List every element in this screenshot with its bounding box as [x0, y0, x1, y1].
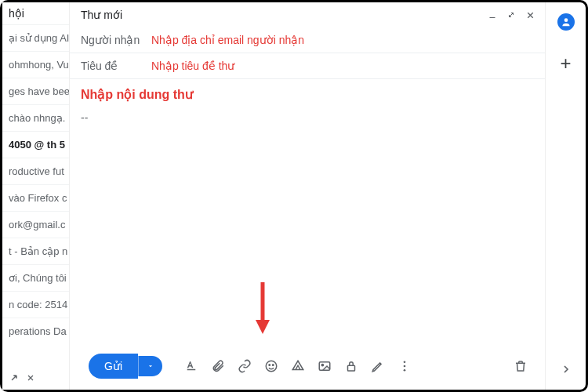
attach-icon[interactable]	[206, 354, 230, 378]
list-item[interactable]: vào Firefox c	[2, 184, 69, 211]
list-item[interactable]: t - Bản cập n	[2, 238, 69, 264]
list-item[interactable]: ges have bee	[2, 78, 69, 104]
list-item[interactable]: perations Da	[2, 318, 69, 344]
svg-point-10	[404, 369, 406, 372]
signature-marker: --	[81, 111, 534, 124]
compose-header: Thư mới	[70, 2, 545, 27]
avatar[interactable]	[557, 13, 575, 31]
list-item[interactable]: ại sử dụng AI	[2, 24, 69, 51]
list-item[interactable]: roductive fut	[2, 158, 69, 184]
recipients-label: Người nhận	[81, 34, 151, 46]
trash-icon[interactable]	[509, 354, 532, 378]
expand-icon[interactable]	[9, 372, 20, 383]
close-icon[interactable]	[525, 10, 535, 20]
list-header: hội	[2, 2, 69, 24]
list-item[interactable]: ohmhong, Vu	[2, 51, 69, 78]
svg-point-8	[404, 361, 406, 363]
list-bottom-controls	[2, 366, 69, 390]
recipients-row[interactable]: Người nhận Nhập địa chỉ email người nhận	[70, 27, 545, 53]
compose-toolbar: Gửi	[70, 346, 545, 390]
list-item[interactable]: n code: 2514	[2, 291, 69, 318]
emoji-icon[interactable]	[260, 354, 283, 378]
recipients-hint: Nhập địa chỉ email người nhận	[151, 34, 304, 46]
list-item[interactable]: ơi, Chúng tôi	[2, 264, 69, 291]
app-frame: hội ại sử dụng AI ohmhong, Vu ges have b…	[0, 0, 588, 392]
drive-icon[interactable]	[286, 354, 310, 378]
send-more-button[interactable]	[138, 356, 162, 376]
link-icon[interactable]	[233, 354, 256, 378]
svg-point-2	[266, 361, 277, 372]
svg-rect-7	[348, 365, 355, 371]
close-icon[interactable]	[26, 373, 35, 383]
pen-icon[interactable]	[366, 354, 390, 378]
compose-window-controls	[488, 10, 535, 20]
confidential-icon[interactable]	[339, 354, 363, 378]
subject-row[interactable]: Tiêu đề Nhập tiêu đề thư	[70, 53, 545, 79]
mail-list-column: hội ại sử dụng AI ohmhong, Vu ges have b…	[2, 2, 70, 390]
right-rail: +	[545, 2, 586, 390]
list-item[interactable]: chào nhngạ.	[2, 104, 69, 131]
svg-point-9	[404, 365, 406, 368]
send-button-group: Gửi	[89, 354, 162, 379]
compose-panel: Thư mới Người nhận Nhập địa chỉ email ng…	[70, 2, 545, 390]
subject-label: Tiêu đề	[81, 60, 151, 72]
subject-hint: Nhập tiêu đề thư	[151, 60, 234, 72]
svg-point-4	[273, 365, 274, 366]
image-icon[interactable]	[313, 354, 336, 378]
svg-point-11	[564, 18, 568, 22]
chevron-right-icon[interactable]	[560, 363, 572, 376]
compose-body[interactable]: Nhập nội dung thư --	[70, 79, 545, 346]
compose-title: Thư mới	[81, 9, 122, 21]
send-button[interactable]: Gửi	[89, 354, 138, 379]
add-button[interactable]: +	[560, 53, 571, 74]
more-icon[interactable]	[393, 354, 416, 378]
fullscreen-icon[interactable]	[506, 10, 516, 20]
minimize-icon[interactable]	[488, 10, 497, 20]
formatting-icon[interactable]	[180, 354, 203, 378]
svg-point-3	[269, 365, 270, 366]
list-item[interactable]: 4050 @ th 5	[2, 131, 69, 158]
svg-point-6	[321, 364, 323, 365]
body-hint: Nhập nội dung thư	[81, 87, 534, 102]
list-item[interactable]: ork@gmail.c	[2, 211, 69, 238]
